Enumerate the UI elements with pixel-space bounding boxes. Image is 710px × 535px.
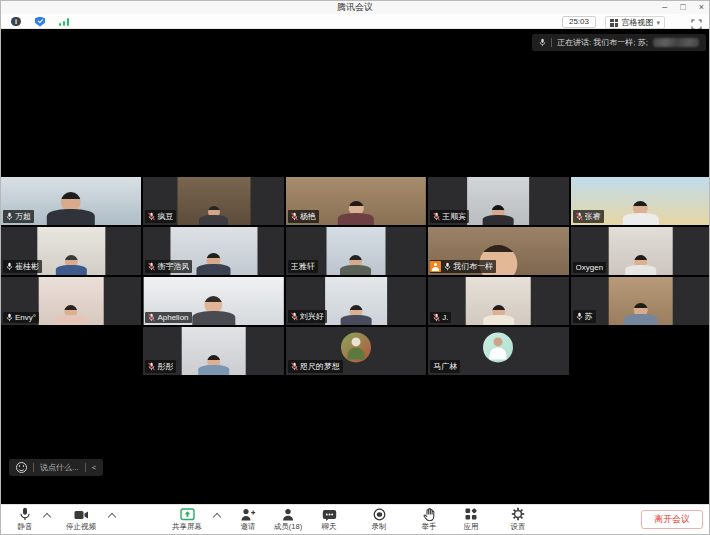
participant-video: [39, 277, 104, 325]
stop-video-button[interactable]: 停止视频: [55, 508, 107, 532]
participant-name: 张睿: [585, 211, 601, 222]
mute-label: 静音: [18, 522, 33, 532]
participant-tile[interactable]: Oxygen: [571, 227, 710, 275]
maximize-button[interactable]: □: [680, 1, 685, 14]
participant-video: [177, 177, 250, 225]
mic-muted-icon: [291, 362, 298, 371]
participant-avatar: [341, 332, 371, 362]
record-icon: [373, 508, 386, 521]
share-screen-button[interactable]: 共享屏幕: [161, 508, 213, 532]
topbar: i 25:03 宫格视图 ▾: [1, 14, 709, 29]
chat-label: 聊天: [322, 522, 337, 532]
participant-tile[interactable]: 我们布一样: [428, 227, 568, 275]
participant-name-chip: 刘兴好: [288, 310, 327, 323]
record-button[interactable]: 录制: [353, 508, 405, 532]
participant-video: [608, 227, 673, 275]
participant-tile[interactable]: 咫尺的梦想: [286, 327, 426, 375]
participant-tile[interactable]: 张睿: [571, 177, 710, 225]
participant-name: 苏: [585, 311, 593, 322]
participant-tile[interactable]: 王雅轩: [286, 227, 426, 275]
stop-video-label: 停止视频: [66, 522, 96, 532]
meeting-info-icon[interactable]: i: [11, 17, 21, 26]
settings-button[interactable]: 设置: [492, 508, 544, 532]
participant-name-chip: 彤彤: [145, 360, 176, 373]
meeting-window: 腾讯会议 – □ × i 25:03 宫格视图 ▾ 正在讲话: 我们布一样; 苏…: [0, 0, 710, 535]
raise-hand-label: 举手: [422, 522, 437, 532]
participant-name: 崔桂彬: [15, 261, 39, 272]
bottom-toolbar: 静音 停止视频 共享屏幕 邀请 成员(18): [1, 504, 710, 534]
participant-name-chip: 王顺宾: [430, 210, 469, 223]
participant-tile[interactable]: 苏: [571, 277, 710, 325]
participant-tile[interactable]: Aphelion: [143, 277, 283, 325]
participant-name-chip: 苏: [573, 310, 596, 323]
participant-video: [468, 177, 530, 225]
participant-tile[interactable]: 万超: [1, 177, 141, 225]
close-button[interactable]: ×: [699, 1, 704, 14]
apps-button[interactable]: 应用: [445, 508, 497, 532]
mic-muted-icon: [148, 262, 155, 271]
chat-button[interactable]: 聊天: [303, 508, 355, 532]
participant-name: 咫尺的梦想: [300, 361, 340, 372]
participant-name: J.: [442, 313, 448, 322]
blurred-speaker-names: [653, 38, 699, 47]
participant-name: Aphelion: [157, 313, 188, 322]
participant-name: 王雅轩: [291, 261, 315, 272]
participant-name-chip: 张睿: [573, 210, 604, 223]
chat-bubble-icon: [322, 508, 337, 521]
share-screen-icon: [180, 508, 195, 521]
participant-name: 王顺宾: [442, 211, 466, 222]
participant-name-chip: J.: [430, 312, 451, 323]
participant-name: 彤彤: [157, 361, 173, 372]
participant-tile[interactable]: 彤彤: [143, 327, 283, 375]
mic-on-icon: [444, 262, 451, 271]
mic-on-icon: [6, 262, 13, 271]
participant-video: [327, 227, 386, 275]
participant-name: 杨艳: [300, 211, 316, 222]
leave-meeting-button[interactable]: 离开会议: [641, 510, 703, 529]
speaking-label: 正在讲话: 我们布一样; 苏;: [557, 37, 648, 48]
view-switch-button[interactable]: 宫格视图 ▾: [605, 16, 665, 29]
participant-tile[interactable]: 崔桂彬: [1, 227, 141, 275]
members-icon: [281, 508, 295, 521]
participant-video: [608, 277, 673, 325]
participant-name: 衡宇浩风: [157, 261, 189, 272]
emoji-icon[interactable]: [16, 462, 27, 473]
divider: [33, 463, 34, 472]
network-signal-icon[interactable]: [59, 18, 71, 26]
grid-view-icon: [610, 19, 618, 27]
participant-name: 万超: [15, 211, 31, 222]
microphone-icon: [19, 508, 31, 521]
mute-button[interactable]: 静音: [0, 508, 51, 532]
divider: [85, 463, 86, 472]
mic-on-icon: [576, 312, 583, 321]
collapse-chat-button[interactable]: <: [92, 463, 97, 472]
participant-name: 刘兴好: [300, 311, 324, 322]
chat-input-placeholder[interactable]: 说点什么...: [40, 462, 79, 473]
participant-tile[interactable]: Envy°: [1, 277, 141, 325]
participant-name-chip: 万超: [3, 210, 34, 223]
security-shield-icon[interactable]: [35, 17, 45, 27]
participant-tile[interactable]: 杨艳: [286, 177, 426, 225]
mic-muted-icon: [148, 212, 155, 221]
participant-video: [466, 277, 531, 325]
mic-on-icon: [539, 38, 546, 47]
participant-tile[interactable]: 刘兴好: [286, 277, 426, 325]
participant-tile[interactable]: 疯豆: [143, 177, 283, 225]
participant-tile[interactable]: 马广林: [428, 327, 568, 375]
minimize-button[interactable]: –: [662, 1, 667, 14]
mic-muted-icon: [291, 212, 298, 221]
fullscreen-button[interactable]: [691, 16, 702, 27]
share-options-chevron[interactable]: [213, 513, 221, 521]
participant-tile[interactable]: J.: [428, 277, 568, 325]
participant-name-chip: 我们布一样: [430, 260, 496, 273]
video-options-chevron[interactable]: [108, 513, 116, 521]
mic-muted-icon: [576, 212, 583, 221]
participant-tile[interactable]: 王顺宾: [428, 177, 568, 225]
raise-hand-icon: [423, 508, 436, 521]
participant-video: [181, 327, 246, 375]
chat-quick-bar[interactable]: 说点什么... <: [9, 459, 103, 476]
participant-tile[interactable]: 衡宇浩风: [143, 227, 283, 275]
participant-name-chip: 崔桂彬: [3, 260, 42, 273]
host-badge: [430, 261, 441, 272]
record-label: 录制: [372, 522, 387, 532]
